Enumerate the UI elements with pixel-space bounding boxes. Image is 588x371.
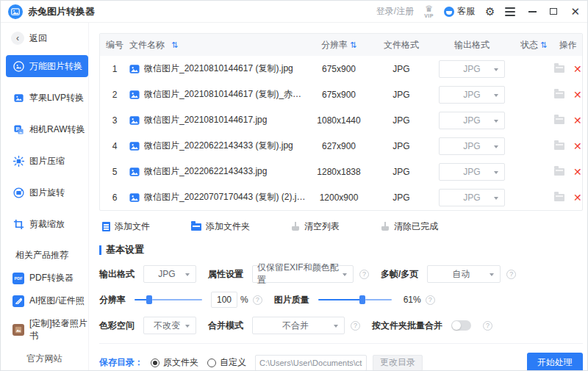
official-site-link[interactable]: 官方网站	[1, 353, 88, 365]
delete-file-icon[interactable]: ✕	[573, 90, 582, 100]
open-folder-icon[interactable]	[554, 194, 564, 201]
back-chevron-icon: ‹	[11, 32, 24, 45]
recommend-item-pdf[interactable]: PDF PDF转换器	[12, 272, 88, 284]
multipage-dropdown[interactable]: 自动	[427, 265, 501, 283]
sidebar-item-universal-convert[interactable]: 万能图片转换	[6, 55, 88, 77]
save-path-input[interactable]	[255, 355, 367, 371]
sidebar-item-image-compress[interactable]: 图片压缩	[6, 150, 88, 172]
col-header-operation: 操作	[554, 39, 582, 51]
sidebar-item-image-rotate[interactable]: 图片旋转	[6, 181, 88, 203]
settings-row-2: 分辨率 % 图片质量 61%	[99, 292, 583, 308]
vip-button[interactable]: ♛ VIP	[424, 4, 434, 18]
file-name: 微信图片_20220707170443 (复制) (2).jpg	[144, 191, 306, 203]
file-format: JPG	[372, 115, 431, 126]
clear-list-button[interactable]: 清空列表	[291, 220, 340, 233]
row-index: 4	[100, 141, 129, 151]
section-accent-bar	[99, 245, 101, 255]
image-rotate-icon	[12, 187, 24, 198]
quality-label: 图片质量	[274, 294, 309, 306]
close-button[interactable]: ✕	[570, 6, 580, 17]
sort-filename-icon[interactable]: ⇅	[171, 40, 178, 50]
delete-file-icon[interactable]: ✕	[573, 64, 582, 74]
quality-slider[interactable]	[318, 295, 392, 304]
file-table-body: 1 微信图片_20210810144617 (复制).jpg 675x900 J…	[100, 56, 582, 210]
recommend-item-photo-book[interactable]: [定制]轻奢照片书	[12, 317, 88, 342]
col-header-filename[interactable]: 文件名称 ⇅	[129, 39, 306, 51]
row-index: 5	[100, 167, 129, 177]
output-format-select[interactable]: JPG	[439, 163, 505, 181]
resolution-slider-handle[interactable]	[146, 295, 152, 304]
output-format-select[interactable]: JPG	[439, 189, 505, 206]
file-format: JPG	[372, 90, 431, 100]
customer-service-button[interactable]: 客服	[444, 5, 475, 18]
back-button[interactable]: ‹ 返回	[11, 32, 88, 45]
photo-book-icon	[12, 324, 24, 336]
add-file-button[interactable]: 添加文件	[102, 220, 150, 233]
image-file-icon	[129, 90, 140, 100]
property-help-icon[interactable]	[359, 270, 369, 279]
output-format-select[interactable]: JPG	[439, 112, 505, 129]
col-header-format: 文件格式	[372, 39, 431, 51]
resolution-input[interactable]	[211, 292, 237, 308]
save-dir-label: 保存目录：	[99, 356, 143, 369]
change-dir-button[interactable]: 更改目录	[373, 355, 423, 371]
recommend-item-ai-cutout[interactable]: AI抠图/证件照	[12, 295, 88, 307]
sidebar-item-crop-scale[interactable]: 剪裁缩放	[6, 213, 88, 235]
property-settings-dropdown[interactable]: 仅保留EXIF和颜色配置	[252, 265, 354, 283]
open-folder-icon[interactable]	[554, 91, 564, 98]
radio-original-folder[interactable]: 原文件夹	[151, 356, 198, 369]
ai-cutout-icon	[12, 295, 24, 307]
quality-help-icon[interactable]	[426, 295, 435, 305]
add-folder-button[interactable]: 添加文件夹	[191, 220, 250, 233]
sidebar-item-raw-convert[interactable]: R 相机RAW转换	[6, 118, 88, 140]
batch-merge-toggle[interactable]	[451, 320, 471, 331]
delete-file-icon[interactable]: ✕	[573, 141, 582, 151]
open-folder-icon[interactable]	[554, 117, 564, 124]
maximize-button[interactable]	[550, 8, 557, 15]
multipage-label: 多帧/多页	[381, 268, 418, 281]
open-folder-icon[interactable]	[554, 65, 564, 73]
col-header-output: 输出格式	[431, 39, 513, 51]
file-resolution: 675x900	[306, 64, 372, 74]
radio-custom-folder[interactable]: 自定义	[207, 356, 246, 369]
minimize-button[interactable]	[528, 11, 537, 12]
chevron-down-icon	[494, 94, 498, 97]
login-register-link[interactable]: 登录/注册	[376, 5, 414, 18]
list-actions: 添加文件 添加文件夹 清空列表 清除已完成	[99, 211, 583, 242]
output-format-select[interactable]: JPG	[439, 86, 505, 104]
quality-slider-handle[interactable]	[359, 295, 365, 304]
output-format-select[interactable]: JPG	[439, 60, 505, 78]
sort-resolution-icon[interactable]: ⇅	[350, 40, 356, 49]
delete-file-icon[interactable]: ✕	[573, 115, 582, 126]
radio-selected-icon	[151, 359, 159, 367]
image-file-icon	[129, 115, 140, 126]
clear-completed-button[interactable]: 清除已完成	[381, 220, 438, 233]
chevron-down-icon	[494, 120, 498, 123]
multipage-help-icon[interactable]	[506, 270, 516, 279]
settings-gear-icon[interactable]: ⚙	[485, 6, 495, 17]
resolution-label: 分辨率	[99, 294, 126, 306]
file-format: JPG	[372, 167, 431, 177]
open-folder-icon[interactable]	[554, 143, 564, 150]
resolution-slider[interactable]	[135, 295, 202, 304]
merge-help-icon[interactable]	[351, 321, 360, 331]
output-format-select[interactable]: JPG	[439, 137, 505, 155]
delete-file-icon[interactable]: ✕	[573, 167, 582, 177]
delete-file-icon[interactable]: ✕	[573, 192, 582, 203]
settings-row-1: 输出格式 JPG 属性设置 仅保留EXIF和颜色配置 多帧/多页 自动	[99, 265, 583, 283]
resolution-help-icon[interactable]	[253, 295, 262, 305]
menu-icon[interactable]	[505, 7, 515, 16]
open-folder-icon[interactable]	[554, 168, 564, 176]
col-header-status[interactable]: 状态⇅	[513, 39, 554, 51]
sort-status-icon[interactable]: ⇅	[540, 40, 547, 49]
chevron-down-icon	[494, 171, 498, 174]
col-header-resolution[interactable]: 分辨率⇅	[306, 39, 372, 51]
resolution-unit: %	[240, 295, 248, 305]
colorspace-dropdown[interactable]: 不改变	[143, 317, 196, 334]
chevron-down-icon	[185, 325, 190, 328]
start-processing-button[interactable]: 开始处理	[527, 353, 583, 371]
output-format-dropdown[interactable]: JPG	[143, 265, 196, 283]
merge-mode-dropdown[interactable]: 不合并	[252, 317, 345, 334]
batch-merge-help-icon[interactable]	[483, 321, 492, 331]
sidebar-item-livp-convert[interactable]: 苹果LIVP转换	[6, 87, 88, 109]
